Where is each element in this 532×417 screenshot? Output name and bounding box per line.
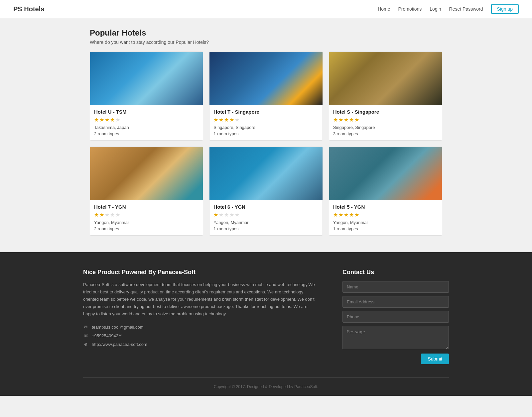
footer-brand: Nice Product Powered By Panacea-Soft xyxy=(83,269,316,276)
hotel-stars: ★★★★★ xyxy=(333,117,438,123)
nav-home[interactable]: Home xyxy=(378,6,390,12)
hotel-location: Singapore, Singapore xyxy=(333,125,438,130)
globe-icon xyxy=(83,342,88,347)
hotel-location: Yangon, Myanmar xyxy=(333,220,438,225)
main-content: Popular Hotels Where do you want to stay… xyxy=(83,18,449,252)
hotel-grid: Hotel U - TSM ★★★★★ Takashima, Japan 2 r… xyxy=(90,52,442,236)
footer-website-item: http://www.panacea-soft.com xyxy=(83,342,316,347)
copyright-text: Copyright © 2017. Designed & Developed b… xyxy=(214,384,318,389)
hotel-room-types: 1 room types xyxy=(213,131,318,136)
hotel-image xyxy=(90,147,203,200)
hotel-location: Takashima, Japan xyxy=(94,125,199,130)
hotel-stars: ★★★★★ xyxy=(213,212,318,218)
hotel-card[interactable]: Hotel T - Singapore ★★★★★ Singapore, Sin… xyxy=(209,52,323,141)
hotel-stars: ★★★★★ xyxy=(333,212,438,218)
contact-email-input[interactable] xyxy=(342,296,449,308)
hotel-name: Hotel 6 - YGN xyxy=(213,204,318,210)
page-title: Popular Hotels xyxy=(90,28,442,38)
envelope-icon xyxy=(83,324,88,330)
hotel-info: Hotel S - Singapore ★★★★★ Singapore, Sin… xyxy=(329,105,442,140)
hotel-image xyxy=(90,52,203,105)
phone-icon xyxy=(83,333,88,338)
footer-left: Nice Product Powered By Panacea-Soft Pan… xyxy=(83,269,316,364)
hotel-location: Yangon, Myanmar xyxy=(94,220,199,225)
hotel-image xyxy=(209,147,322,200)
hotel-info: Hotel U - TSM ★★★★★ Takashima, Japan 2 r… xyxy=(90,105,203,140)
hotel-info: Hotel 5 - YGN ★★★★★ Yangon, Myanmar 1 ro… xyxy=(329,200,442,235)
hotel-image xyxy=(209,52,322,105)
hotel-card[interactable]: Hotel S - Singapore ★★★★★ Singapore, Sin… xyxy=(329,52,442,141)
nav-promotions[interactable]: Promotions xyxy=(398,6,422,12)
hotel-info: Hotel 6 - YGN ★★★★★ Yangon, Myanmar 1 ro… xyxy=(209,200,322,235)
nav-reset-password[interactable]: Reset Password xyxy=(449,6,483,12)
submit-button[interactable]: Submit xyxy=(421,354,449,364)
header: PS Hotels Home Promotions Login Reset Pa… xyxy=(0,0,532,18)
hotel-card[interactable]: Hotel 7 - YGN ★★★★★ Yangon, Myanmar 2 ro… xyxy=(90,147,203,236)
hotel-card[interactable]: Hotel 6 - YGN ★★★★★ Yangon, Myanmar 1 ro… xyxy=(209,147,323,236)
hotel-name: Hotel T - Singapore xyxy=(213,109,318,115)
hotel-room-types: 2 room types xyxy=(94,226,199,231)
footer: Nice Product Powered By Panacea-Soft Pan… xyxy=(0,252,532,396)
hotel-room-types: 1 room types xyxy=(213,226,318,231)
footer-bottom: Copyright © 2017. Designed & Developed b… xyxy=(83,377,449,389)
contact-form-title: Contact Us xyxy=(342,269,449,276)
footer-description: Panacea-Soft is a software development t… xyxy=(83,281,316,318)
hotel-location: Yangon, Myanmar xyxy=(213,220,318,225)
contact-phone-input[interactable] xyxy=(342,311,449,323)
hotel-stars: ★★★★★ xyxy=(213,117,318,123)
hotel-name: Hotel 5 - YGN xyxy=(333,204,438,210)
hotel-room-types: 3 room types xyxy=(333,131,438,136)
footer-website: http://www.panacea-soft.com xyxy=(92,342,147,347)
hotel-room-types: 2 room types xyxy=(94,131,199,136)
footer-email-item: teamps.is.cool@gmail.com xyxy=(83,324,316,330)
nav-login[interactable]: Login xyxy=(430,6,441,12)
hotel-card[interactable]: Hotel U - TSM ★★★★★ Takashima, Japan 2 r… xyxy=(90,52,203,141)
contact-name-input[interactable] xyxy=(342,281,449,293)
hotel-room-types: 1 room types xyxy=(333,226,438,231)
hotel-name: Hotel U - TSM xyxy=(94,109,199,115)
hotel-info: Hotel 7 - YGN ★★★★★ Yangon, Myanmar 2 ro… xyxy=(90,200,203,235)
hotel-name: Hotel 7 - YGN xyxy=(94,204,199,210)
footer-phone-item: +9592540942** xyxy=(83,333,316,338)
hotel-name: Hotel S - Singapore xyxy=(333,109,438,115)
brand-logo: PS Hotels xyxy=(13,5,44,13)
footer-phone: +9592540942** xyxy=(92,333,122,338)
footer-right: Contact Us Submit xyxy=(342,269,449,364)
signup-button[interactable]: Sign up xyxy=(491,4,519,14)
page-subtitle: Where do you want to stay according our … xyxy=(90,40,442,45)
hotel-stars: ★★★★★ xyxy=(94,212,199,218)
contact-message-input[interactable] xyxy=(342,326,449,349)
hotel-card[interactable]: Hotel 5 - YGN ★★★★★ Yangon, Myanmar 1 ro… xyxy=(329,147,442,236)
hotel-location: Singapore, Singapore xyxy=(213,125,318,130)
main-nav: Home Promotions Login Reset Password Sig… xyxy=(378,4,519,14)
footer-email: teamps.is.cool@gmail.com xyxy=(92,325,144,330)
hotel-stars: ★★★★★ xyxy=(94,117,199,123)
hotel-image xyxy=(329,52,442,105)
hotel-image xyxy=(329,147,442,200)
hotel-info: Hotel T - Singapore ★★★★★ Singapore, Sin… xyxy=(209,105,322,140)
